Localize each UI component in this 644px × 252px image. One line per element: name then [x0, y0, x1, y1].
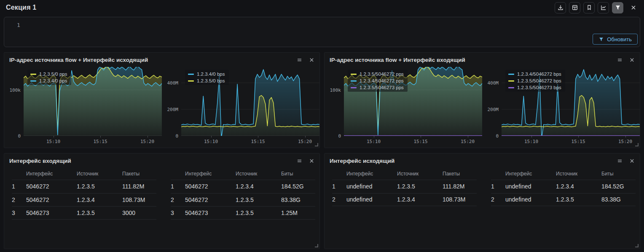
chart-bps-incoming: 0200M400M1.2.3.4/5046272 bps1.2.3.5/5046…: [482, 67, 640, 146]
legend-item[interactable]: 1.2.3.5/5046272 pps: [351, 72, 404, 77]
row-index: 1: [12, 183, 26, 190]
column-header[interactable]: Интерфейс: [346, 171, 397, 177]
column-header[interactable]: Пакеты: [443, 171, 477, 177]
legend-item[interactable]: 1.2.3.4/0 pps: [30, 78, 67, 83]
table-row[interactable]: 350462731.2.3.53000: [12, 206, 156, 220]
y-axis: 0100k: [325, 67, 344, 136]
panel-header[interactable]: IP-адрес источника flow + Интерфейс вход…: [325, 53, 640, 67]
resize-handle[interactable]: [635, 244, 639, 247]
column-header[interactable]: Источник: [236, 171, 281, 177]
download-button[interactable]: [555, 2, 566, 13]
legend-swatch: [188, 80, 194, 82]
row-index: 2: [171, 196, 185, 203]
y-axis: 0200M400M: [162, 67, 181, 136]
column-header[interactable]: Пакеты: [122, 171, 156, 177]
column-header[interactable]: Интерфейс: [26, 171, 77, 177]
plot-area[interactable]: 1.2.3.4/0 bps1.2.3.5/0 bps: [181, 67, 319, 136]
table-cell: 5046272: [185, 183, 236, 190]
legend-label: 1.2.3.5/0 pps: [39, 72, 67, 77]
table-row[interactable]: 250462721.2.3.4108.73M: [12, 193, 156, 207]
legend-label: 1.2.3.5/5046272 bps: [517, 78, 561, 83]
bookmark-button[interactable]: [583, 2, 595, 13]
table-cell: 3000: [122, 210, 156, 216]
chart-icon: [600, 4, 607, 11]
legend-item[interactable]: 1.2.3.4/5046272 bps: [508, 72, 561, 77]
column-header[interactable]: Источник: [556, 171, 601, 177]
table-row[interactable]: 1undefined1.2.3.4184.52G: [491, 180, 636, 193]
legend-item[interactable]: 1.2.3.4/0 bps: [188, 72, 225, 77]
query-editor[interactable]: 1 Обновить: [4, 17, 640, 47]
chart-button[interactable]: [598, 2, 609, 13]
panel-header[interactable]: Интерфейс входящий: [4, 154, 319, 168]
plot-area[interactable]: 1.2.3.5/5046272 pps1.2.3.4/5046272 pps1.…: [344, 67, 482, 136]
legend-item[interactable]: 1.2.3.5/5046273 pps: [351, 85, 404, 90]
legend-item[interactable]: 1.2.3.4/5046272 pps: [351, 78, 404, 83]
plot-area[interactable]: 1.2.3.4/5046272 bps1.2.3.5/5046272 bps1.…: [502, 67, 640, 136]
table-row[interactable]: 150462721.2.3.4184.52G: [171, 180, 315, 193]
plot-area[interactable]: 1.2.3.5/0 pps1.2.3.4/0 pps: [24, 67, 162, 136]
resize-handle[interactable]: [315, 143, 318, 146]
table-row[interactable]: 150462721.2.3.5111.82M: [12, 180, 156, 193]
legend-item[interactable]: 1.2.3.5/0 bps: [188, 78, 225, 83]
column-header[interactable]: Биты: [281, 171, 315, 177]
table-cell: undefined: [346, 183, 397, 190]
panel-menu-icon[interactable]: [617, 57, 623, 63]
column-header[interactable]: Интерфейс: [505, 171, 556, 177]
table-cell: 1.2.3.4: [236, 183, 281, 190]
resize-handle[interactable]: [315, 244, 318, 247]
panel-header[interactable]: Интерфейс исходящий: [325, 154, 640, 168]
table-row[interactable]: 250462721.2.3.583.38G: [171, 193, 315, 207]
panel-menu-icon[interactable]: [297, 57, 302, 63]
legend-item[interactable]: 1.2.3.5/0 pps: [30, 72, 67, 77]
bookmark-icon: [586, 4, 593, 11]
table-cell: 5046272: [185, 196, 236, 203]
refresh-button[interactable]: Обновить: [593, 34, 638, 45]
table-header-row: ИнтерфейсИсточникБиты: [491, 168, 636, 180]
table-cell: undefined: [505, 196, 556, 203]
panel-menu-icon[interactable]: [297, 158, 302, 164]
table-cell: 108.73M: [443, 196, 477, 203]
refresh-button-label: Обновить: [607, 36, 632, 42]
table-button[interactable]: [569, 2, 580, 13]
legend-item[interactable]: 1.2.3.5/5046272 bps: [508, 78, 561, 83]
x-tick-mark: [625, 136, 626, 138]
y-tick-label: 200M: [488, 106, 499, 112]
chart-bps-outgoing: 0200M400M1.2.3.4/0 bps1.2.3.5/0 bps15:10…: [162, 67, 319, 146]
x-tick-label: 15:20: [461, 139, 475, 144]
panel-close-icon[interactable]: [629, 158, 635, 164]
x-tick-label: 15:20: [140, 139, 154, 144]
x-tick-mark: [468, 136, 468, 138]
close-button[interactable]: [628, 2, 639, 13]
table-cell: 1.2.3.5: [236, 210, 281, 216]
column-header[interactable]: Источник: [77, 171, 122, 177]
legend-swatch: [30, 74, 36, 75]
x-tick-label: 15:15: [251, 139, 265, 144]
chart-legend: 1.2.3.5/0 pps1.2.3.4/0 pps: [27, 70, 71, 85]
table-bits-outgoing: ИнтерфейсИсточникБиты1undefined1.2.3.418…: [488, 168, 636, 206]
column-header[interactable]: Биты: [601, 171, 636, 177]
resize-handle[interactable]: [635, 143, 639, 146]
table-row[interactable]: 1undefined1.2.3.5111.82M: [332, 180, 477, 193]
y-axis: 0200M400M: [482, 67, 502, 136]
panel-menu-icon[interactable]: [617, 158, 623, 164]
column-header[interactable]: Интерфейс: [185, 171, 236, 177]
legend-item[interactable]: 1.2.3.5/5046273 bps: [508, 85, 561, 90]
panel-header[interactable]: IP-адрес источника flow + Интерфейс исхо…: [4, 53, 319, 67]
panel-close-icon[interactable]: [309, 158, 314, 164]
column-header[interactable]: Источник: [397, 171, 443, 177]
table-cell: undefined: [505, 183, 556, 190]
table-row[interactable]: 2undefined1.2.3.4108.73M: [332, 193, 477, 207]
filter-icon: [598, 37, 604, 42]
filter-button[interactable]: [612, 2, 623, 13]
panel-close-icon[interactable]: [629, 57, 635, 63]
table-header-row: ИнтерфейсИсточникПакеты: [12, 168, 156, 180]
x-tick-mark: [100, 136, 101, 138]
legend-swatch: [508, 80, 514, 82]
panel-close-icon[interactable]: [309, 57, 314, 63]
download-icon: [557, 4, 564, 11]
table-row[interactable]: 350462731.2.3.51.25M: [171, 206, 315, 220]
x-tick-label: 15:20: [298, 139, 312, 144]
x-tick-mark: [374, 136, 374, 138]
legend-swatch: [508, 74, 514, 75]
table-row[interactable]: 2undefined1.2.3.583.38G: [491, 193, 636, 207]
